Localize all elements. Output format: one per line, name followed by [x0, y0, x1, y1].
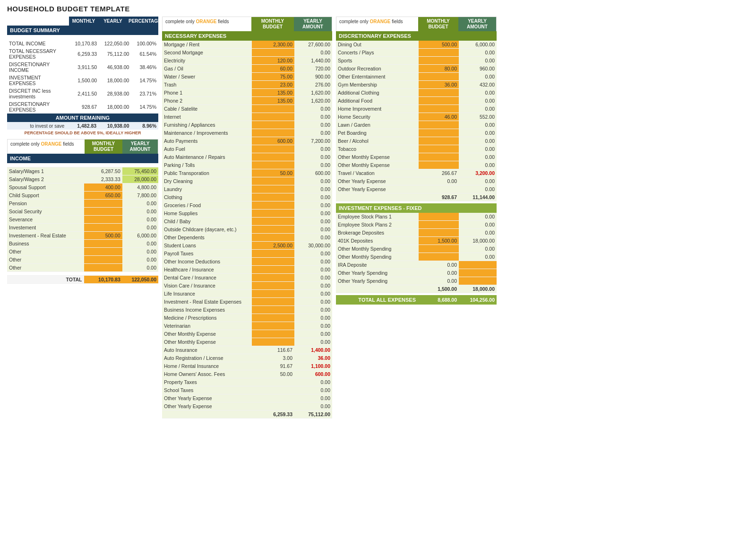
- income-yearly-head: YEARLY AMOUNT: [122, 140, 158, 154]
- table-row: Furnishing / Appliances 0.00: [162, 121, 332, 129]
- table-row: Child Support 650.00 7,800.00: [7, 191, 158, 199]
- table-row: Life Insurance 0.00: [162, 290, 332, 298]
- table-row: Salary/Wages 1 6,287.50 75,450.00: [7, 167, 158, 175]
- mid-yearly-head: YEARLY AMOUNT: [294, 17, 332, 31]
- table-row: Groceries / Food 0.00: [162, 201, 332, 210]
- table-row: Outdoor Recreation 80.00 960.00: [336, 65, 497, 73]
- table-row: Other Yearly Expense 0.00: [162, 394, 332, 402]
- table-row: Sports 0.00: [336, 57, 497, 65]
- table-row: Employee Stock Plans 1 0.00: [336, 213, 497, 221]
- table-row: Dry Cleaning 0.00: [162, 177, 332, 185]
- necessary-expenses-title: NECESSARY EXPENSES: [162, 31, 332, 41]
- table-row: Payroll Taxes 0.00: [162, 250, 332, 258]
- table-row: Laundry 0.00: [162, 185, 332, 193]
- table-row: Spousal Support 400.00 4,800.00: [7, 183, 158, 191]
- table-row: Second Mortgage 0.00: [162, 49, 332, 57]
- table-row: Pension 0.00: [7, 199, 158, 207]
- table-row: Vision Care / Insurance 0.00: [162, 282, 332, 290]
- table-row: TOTAL NECESSARY EXPENSES 6,259.33 75,112…: [7, 47, 158, 61]
- table-row: Additional Clothing 0.00: [336, 89, 497, 97]
- income-total-row: TOTAL 10,170.83 122,050.00: [7, 275, 158, 283]
- table-row: Tobacco 0.00: [336, 145, 497, 153]
- table-row: Salary/Wages 2 2,333.33 28,000.00: [7, 175, 158, 183]
- table-row: DISCRETIONARY INCOME 3,911.50 46,938.00 …: [7, 61, 158, 74]
- mid-orange-label: ORANGE: [196, 19, 216, 24]
- investment-table: Employee Stock Plans 1 0.00 Employee Sto…: [336, 213, 497, 293]
- table-row: Home Security 46.00 552.00: [336, 113, 497, 121]
- table-row: Other 0.00: [7, 255, 158, 263]
- table-row: Other Monthly Expense 0.00: [162, 330, 332, 338]
- table-row: Electricity 120.00 1,440.00: [162, 57, 332, 65]
- table-row: Other Dependents 0.00: [162, 234, 332, 242]
- table-row: Business 0.00: [7, 239, 158, 247]
- table-row: Auto Insurance 116.67 1,400.00: [162, 346, 332, 354]
- total-all-table: TOTAL ALL EXPENSES 8,688.00 104,256.00: [336, 295, 497, 305]
- page-title: HOUSEHOLD BUDGET TEMPLATE: [7, 5, 749, 13]
- table-row: Parking / Tolls 0.00: [162, 161, 332, 169]
- left-panel: MONTHLY YEARLY PERCENTAGE BUDGET SUMMARY…: [7, 17, 158, 284]
- summary-table: TOTAL INCOME 10,170.83 122,050.00 100.00…: [7, 35, 158, 113]
- table-row: Other Monthly Spending 0.00: [336, 253, 497, 261]
- table-row: Water / Sewer 75.00 900.00: [162, 73, 332, 81]
- right-fields-note: fields: [392, 19, 403, 24]
- table-row: Home Owners' Assoc. Fees 50.00 600.00: [162, 370, 332, 378]
- mid-complete-note: complete only: [165, 19, 195, 24]
- summary-yearly-header: YEARLY: [98, 17, 128, 26]
- table-row: Other Yearly Expense 0.00: [162, 402, 332, 410]
- table-row: Investment - Real Estate Expenses 0.00: [162, 298, 332, 306]
- table-row: Other Yearly Expense 0.00: [336, 185, 497, 193]
- table-row: Other Income Deductions 0.00: [162, 258, 332, 266]
- table-row: Travel / Vacation 266.67 3,200.00: [336, 169, 497, 177]
- table-row: Other Yearly Spending 0.00: [336, 269, 497, 277]
- table-row: Other 0.00: [7, 263, 158, 271]
- table-row: Outside Childcare (daycare, etc.) 0.00: [162, 226, 332, 234]
- right-orange-label: ORANGE: [369, 19, 390, 24]
- table-row: DISCRET INC less investments 2,411.50 28…: [7, 87, 158, 100]
- table-row: Pet Boarding 0.00: [336, 129, 497, 137]
- table-row: Other Monthly Spending 0.00: [336, 245, 497, 253]
- table-row: Other Yearly Expense 0.00 0.00: [336, 177, 497, 185]
- total-all-expenses-row: TOTAL ALL EXPENSES 8,688.00 104,256.00: [336, 295, 497, 305]
- mid-fields-note: fields: [218, 19, 229, 24]
- income-section-title: INCOME: [7, 154, 158, 163]
- table-row: Medicine / Prescriptions 0.00: [162, 314, 332, 322]
- table-row: Home Supplies 0.00: [162, 210, 332, 218]
- table-row: Beer / Alcohol 0.00: [336, 137, 497, 145]
- table-row: Maintenance / Improvements 0.00: [162, 129, 332, 137]
- table-row: Other Monthly Expense 0.00: [336, 161, 497, 169]
- table-row: [7, 35, 158, 40]
- amount-remaining-label: AMOUNT REMAINING: [7, 113, 158, 122]
- right-panel: complete only ORANGE fields MONTHLY BUDG…: [336, 17, 497, 305]
- table-row: Auto Maintenance / Repairs 0.00: [162, 153, 332, 161]
- table-row: Investement - Real Estate 500.00 6,000.0…: [7, 231, 158, 239]
- budget-summary-title: BUDGET SUMMARY: [7, 26, 158, 35]
- table-row: Additional Food 0.00: [336, 97, 497, 105]
- table-row: Home / Rental Insurance 91.67 1,100.00: [162, 362, 332, 370]
- discretionary-table: Dining Out 500.00 6,000.00 Concerts / Pl…: [336, 41, 497, 201]
- table-row: Other 0.00: [7, 247, 158, 255]
- summary-monthly-header: MONTHLY: [69, 17, 98, 26]
- summary-pct-header: PERCENTAGE: [128, 17, 158, 26]
- table-row: Dining Out 500.00 6,000.00: [336, 41, 497, 49]
- necessary-table: Mortgage / Rent 2,300.00 27,600.00 Secon…: [162, 41, 332, 419]
- table-row: Other Enterntainment 0.00: [336, 73, 497, 81]
- right-complete-note: complete only: [339, 19, 369, 24]
- table-row: Social Security 0.00: [7, 207, 158, 215]
- table-row: Severance 0.00: [7, 215, 158, 223]
- table-row: Internet 0.00: [162, 113, 332, 121]
- right-yearly-head: YEARLY AMOUNT: [458, 17, 496, 31]
- table-row: Mortgage / Rent 2,300.00 27,600.00: [162, 41, 332, 49]
- table-row: Business Income Expenses 0.00: [162, 306, 332, 314]
- table-row: Employee Stock Plans 2 0.00: [336, 221, 497, 229]
- complete-note: complete only: [10, 141, 40, 147]
- table-row: Gas / Oil 60.00 720.00: [162, 65, 332, 73]
- table-row: Student Loans 2,500.00 30,000.00: [162, 242, 332, 250]
- table-row: Property Taxes 0.00: [162, 378, 332, 386]
- amount-remaining-table: to invest or save 1,482.83 10,938.00 8.9…: [7, 122, 158, 130]
- table-row: Other Yearly Spending 0.00: [336, 277, 497, 285]
- table-row: Phone 2 135.00 1,620.00: [162, 97, 332, 105]
- table-row: Other Monthly Expense 0.00: [336, 153, 497, 161]
- table-row: School Taxes 0.00: [162, 386, 332, 394]
- table-row: Public Transporation 50.00 600.00: [162, 169, 332, 177]
- table-row: Lawn / Garden 0.00: [336, 121, 497, 129]
